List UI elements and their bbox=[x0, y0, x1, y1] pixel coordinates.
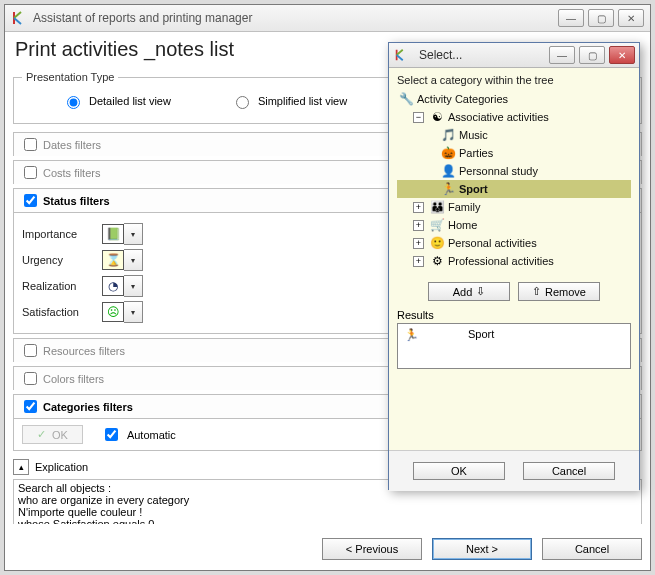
urgency-icon[interactable]: ⌛ bbox=[102, 250, 124, 270]
urgency-dropdown[interactable]: ▾ bbox=[124, 249, 143, 271]
expand-icon[interactable]: + bbox=[413, 256, 424, 267]
realization-label: Realization bbox=[22, 280, 102, 292]
personal-icon: 🙂 bbox=[430, 236, 444, 250]
radio-detailed-label: Detailed list view bbox=[89, 95, 171, 107]
tree-family[interactable]: + 👪 Family bbox=[397, 198, 631, 216]
tree-parties[interactable]: 🎃 Parties bbox=[397, 144, 631, 162]
next-button[interactable]: Next > bbox=[432, 538, 532, 560]
radio-simplified[interactable]: Simplified list view bbox=[231, 93, 347, 109]
resources-filter-checkbox[interactable] bbox=[24, 344, 37, 357]
radio-simplified-label: Simplified list view bbox=[258, 95, 347, 107]
close-button[interactable]: ✕ bbox=[618, 9, 644, 27]
tree-home[interactable]: + 🛒 Home bbox=[397, 216, 631, 234]
results-label: Results bbox=[397, 309, 631, 321]
tree-personal[interactable]: + 🙂 Personal activities bbox=[397, 234, 631, 252]
select-dialog: Select... — ▢ ✕ Select a category within… bbox=[388, 42, 640, 490]
realization-dropdown[interactable]: ▾ bbox=[124, 275, 143, 297]
tree-study[interactable]: 👤 Personnal study bbox=[397, 162, 631, 180]
remove-button[interactable]: ⇧ Remove bbox=[518, 282, 600, 301]
dialog-ok-button[interactable]: OK bbox=[413, 462, 505, 480]
expand-icon[interactable]: + bbox=[413, 238, 424, 249]
satisfaction-dropdown[interactable]: ▾ bbox=[124, 301, 143, 323]
automatic-checkbox[interactable] bbox=[105, 428, 118, 441]
colors-filter-checkbox[interactable] bbox=[24, 372, 37, 385]
automatic-label: Automatic bbox=[127, 429, 176, 441]
categories-filter-checkbox[interactable] bbox=[24, 400, 37, 413]
previous-button[interactable]: < Previous bbox=[322, 538, 422, 560]
result-sport-icon: 🏃 bbox=[404, 328, 418, 342]
cancel-button[interactable]: Cancel bbox=[542, 538, 642, 560]
study-icon: 👤 bbox=[441, 164, 455, 178]
tree-music-label: Music bbox=[459, 129, 488, 141]
dialog-close-button[interactable]: ✕ bbox=[609, 46, 635, 64]
tree-home-label: Home bbox=[448, 219, 477, 231]
dialog-instruction: Select a category within the tree bbox=[397, 74, 631, 86]
up-arrow-icon: ⇧ bbox=[532, 285, 541, 298]
tree-professional-label: Professional activities bbox=[448, 255, 554, 267]
music-icon: 🎵 bbox=[441, 128, 455, 142]
parties-icon: 🎃 bbox=[441, 146, 455, 160]
presentation-legend: Presentation Type bbox=[22, 71, 118, 83]
tree-family-label: Family bbox=[448, 201, 480, 213]
radio-detailed[interactable]: Detailed list view bbox=[62, 93, 171, 109]
family-icon: 👪 bbox=[430, 200, 444, 214]
radio-detailed-input[interactable] bbox=[67, 96, 80, 109]
status-filter-checkbox[interactable] bbox=[24, 194, 37, 207]
category-tree[interactable]: 🔧 Activity Categories − ☯ Associative ac… bbox=[397, 90, 631, 270]
categories-ok-label: OK bbox=[52, 429, 68, 441]
dialog-app-icon bbox=[393, 47, 409, 63]
tree-root[interactable]: 🔧 Activity Categories bbox=[397, 90, 631, 108]
dates-filter-checkbox[interactable] bbox=[24, 138, 37, 151]
add-label: Add bbox=[453, 286, 473, 298]
radio-simplified-input[interactable] bbox=[236, 96, 249, 109]
down-arrow-icon: ⇩ bbox=[476, 285, 485, 298]
expand-icon[interactable]: + bbox=[413, 220, 424, 231]
tree-root-label: Activity Categories bbox=[417, 93, 508, 105]
satisfaction-icon[interactable]: ☹ bbox=[102, 302, 124, 322]
categories-ok-button[interactable]: ✓ OK bbox=[22, 425, 83, 444]
results-box[interactable]: 🏃 Sport bbox=[397, 323, 631, 369]
realization-icon[interactable]: ◔ bbox=[102, 276, 124, 296]
dates-filter-label: Dates filters bbox=[43, 139, 101, 151]
tree-sport[interactable]: 🏃 Sport bbox=[397, 180, 631, 198]
dialog-maximize-button[interactable]: ▢ bbox=[579, 46, 605, 64]
automatic-row[interactable]: Automatic bbox=[101, 425, 176, 444]
titlebar: Assistant of reports and printing manage… bbox=[5, 5, 650, 32]
dialog-add-remove: Add ⇩ ⇧ Remove bbox=[397, 282, 631, 301]
dialog-cancel-button[interactable]: Cancel bbox=[523, 462, 615, 480]
dialog-titlebar: Select... — ▢ ✕ bbox=[389, 43, 639, 68]
expand-icon[interactable]: + bbox=[413, 202, 424, 213]
urgency-label: Urgency bbox=[22, 254, 102, 266]
tree-professional[interactable]: + ⚙ Professional activities bbox=[397, 252, 631, 270]
add-button[interactable]: Add ⇩ bbox=[428, 282, 510, 301]
satisfaction-label: Satisfaction bbox=[22, 306, 102, 318]
app-icon bbox=[11, 10, 27, 26]
minimize-button[interactable]: — bbox=[558, 9, 584, 27]
tree-music[interactable]: 🎵 Music bbox=[397, 126, 631, 144]
wizard-buttons: < Previous Next > Cancel bbox=[322, 538, 642, 560]
categories-filter-label: Categories filters bbox=[43, 401, 133, 413]
tree-parties-label: Parties bbox=[459, 147, 493, 159]
dialog-body: Select a category within the tree 🔧 Acti… bbox=[389, 68, 639, 450]
importance-dropdown[interactable]: ▾ bbox=[124, 223, 143, 245]
result-value: Sport bbox=[468, 328, 494, 340]
costs-filter-checkbox[interactable] bbox=[24, 166, 37, 179]
remove-label: Remove bbox=[545, 286, 586, 298]
tree-associative[interactable]: − ☯ Associative activities bbox=[397, 108, 631, 126]
yinyang-icon: ☯ bbox=[430, 110, 444, 124]
explication-toggle[interactable]: ▴ bbox=[13, 459, 29, 475]
dialog-title: Select... bbox=[415, 48, 549, 62]
tree-associative-label: Associative activities bbox=[448, 111, 549, 123]
colors-filter-label: Colors filters bbox=[43, 373, 104, 385]
costs-filter-label: Costs filters bbox=[43, 167, 100, 179]
check-icon: ✓ bbox=[37, 428, 46, 441]
maximize-button[interactable]: ▢ bbox=[588, 9, 614, 27]
dialog-footer: OK Cancel bbox=[389, 450, 639, 491]
professional-icon: ⚙ bbox=[430, 254, 444, 268]
wrench-icon: 🔧 bbox=[399, 92, 413, 106]
dialog-minimize-button[interactable]: — bbox=[549, 46, 575, 64]
importance-icon[interactable]: 📗 bbox=[102, 224, 124, 244]
status-filter-label: Status filters bbox=[43, 195, 110, 207]
collapse-icon[interactable]: − bbox=[413, 112, 424, 123]
explication-label: Explication bbox=[35, 461, 88, 473]
